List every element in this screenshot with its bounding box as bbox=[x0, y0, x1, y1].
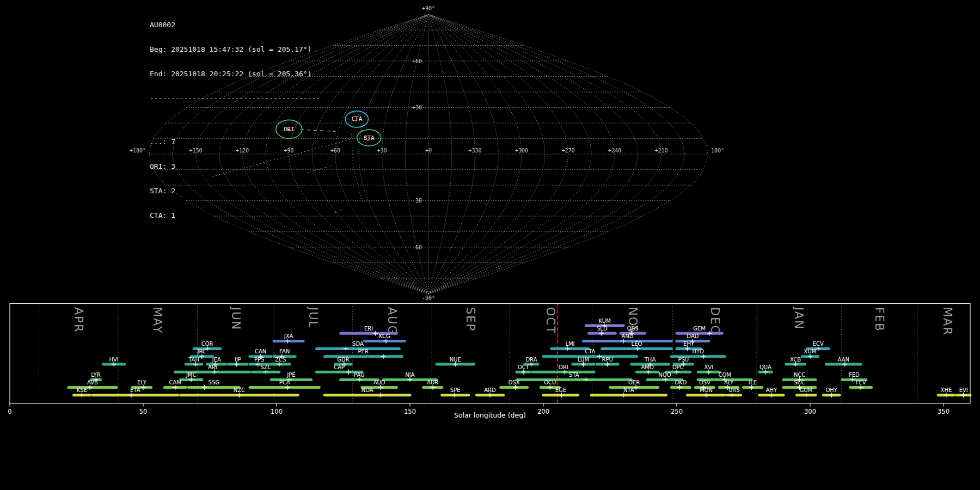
svg-text:+0: +0 bbox=[425, 148, 432, 154]
svg-text:FED: FED bbox=[849, 372, 860, 378]
svg-text:GDR: GDR bbox=[337, 357, 349, 363]
svg-text:SZC: SZC bbox=[260, 364, 271, 370]
svg-text:200: 200 bbox=[537, 408, 549, 415]
svg-text:NOO: NOO bbox=[658, 372, 671, 378]
svg-text:CTA: CTA bbox=[351, 115, 362, 122]
svg-text:AAN: AAN bbox=[838, 357, 849, 363]
svg-text:-60: -60 bbox=[412, 244, 422, 250]
begin-time-line: Beg: 20251018 15:47:32 (sol = 205.17°) bbox=[150, 45, 320, 53]
svg-text:250: 250 bbox=[671, 408, 683, 415]
svg-text:350: 350 bbox=[938, 408, 950, 415]
svg-text:ECV: ECV bbox=[813, 341, 824, 347]
svg-text:+240: +240 bbox=[608, 148, 621, 154]
svg-text:IIP: IIP bbox=[235, 357, 241, 363]
svg-text:+210: +210 bbox=[654, 148, 667, 154]
svg-text:-90°: -90° bbox=[422, 295, 435, 301]
svg-text:PER: PER bbox=[358, 348, 369, 354]
svg-text:NUE: NUE bbox=[450, 357, 461, 363]
observation-header: AU0002 Beg: 20251018 15:47:32 (sol = 205… bbox=[150, 4, 320, 244]
svg-text:DKD: DKD bbox=[675, 379, 687, 385]
svg-text:300: 300 bbox=[804, 408, 816, 415]
svg-text:180°: 180° bbox=[711, 148, 724, 154]
svg-text:COM: COM bbox=[718, 372, 731, 378]
svg-text:THA: THA bbox=[644, 357, 656, 363]
svg-text:LYR: LYR bbox=[91, 372, 100, 378]
svg-text:KUM: KUM bbox=[599, 318, 611, 324]
svg-text:AUG: AUG bbox=[385, 307, 399, 335]
svg-text:ELY: ELY bbox=[137, 379, 147, 385]
count-line-cta: CTA: 1 bbox=[150, 211, 320, 219]
count-line-ori: ORI: 3 bbox=[150, 162, 320, 170]
svg-text:PPS: PPS bbox=[254, 357, 264, 363]
svg-text:QUA: QUA bbox=[759, 364, 771, 370]
svg-text:+330: +330 bbox=[468, 148, 481, 154]
svg-text:PSU: PSU bbox=[678, 357, 689, 363]
svg-text:OER: OER bbox=[628, 379, 640, 385]
svg-text:NZC: NZC bbox=[234, 387, 245, 393]
svg-text:AHY: AHY bbox=[766, 387, 777, 393]
svg-text:OHY: OHY bbox=[825, 387, 837, 393]
svg-text:CAM: CAM bbox=[169, 379, 181, 385]
svg-text:JMC: JMC bbox=[186, 372, 197, 378]
svg-text:+60: +60 bbox=[330, 148, 340, 154]
svg-text:OCT: OCT bbox=[518, 364, 530, 370]
end-time-line: End: 20251018 20:25:22 (sol = 205.36°) bbox=[150, 70, 320, 78]
svg-text:DSV: DSV bbox=[699, 379, 710, 385]
svg-text:DSX: DSX bbox=[509, 379, 520, 385]
shower-counts: ...: 7 ORI: 3 STA: 2 CTA: 1 bbox=[150, 121, 320, 236]
svg-text:ZCS: ZCS bbox=[275, 357, 286, 363]
svg-text:OBS: OBS bbox=[627, 326, 639, 332]
svg-text:XHE: XHE bbox=[941, 387, 952, 393]
svg-text:EGE: EGE bbox=[555, 387, 566, 393]
svg-text:NCC: NCC bbox=[794, 372, 805, 378]
svg-text:PAU: PAU bbox=[354, 372, 365, 378]
svg-text:NDA: NDA bbox=[362, 387, 373, 393]
svg-text:AMO: AMO bbox=[641, 364, 653, 370]
svg-text:DPC: DPC bbox=[672, 364, 684, 370]
svg-text:DRA: DRA bbox=[525, 357, 537, 363]
shower-activity-plot: APRMAYJUNJULAUGSEPOCTNOVDECJANFEBMARKUME… bbox=[0, 303, 980, 490]
svg-text:TAH: TAH bbox=[188, 357, 199, 363]
svg-text:SLD: SLD bbox=[597, 326, 608, 332]
svg-text:-30: -30 bbox=[412, 198, 422, 204]
svg-text:FAN: FAN bbox=[279, 348, 290, 354]
radiant-map-plot: +180°+150+120+90+60+30+0+330+300+270+240… bbox=[0, 0, 980, 303]
separator-line: ---------------------------------------- bbox=[150, 94, 320, 102]
svg-text:+270: +270 bbox=[561, 148, 574, 154]
svg-text:CAN: CAN bbox=[255, 348, 266, 354]
svg-text:FEV: FEV bbox=[856, 379, 866, 385]
svg-text:LEO: LEO bbox=[632, 341, 642, 347]
svg-text:URS: URS bbox=[728, 387, 740, 393]
svg-text:KSE: KSE bbox=[77, 387, 87, 393]
count-line-sta: STA: 2 bbox=[150, 187, 320, 195]
svg-text:NIA: NIA bbox=[405, 372, 414, 378]
station-id: AU0002 bbox=[150, 21, 320, 29]
svg-text:XCB: XCB bbox=[790, 357, 801, 363]
svg-text:ARI: ARI bbox=[208, 364, 217, 370]
svg-text:XVI: XVI bbox=[704, 364, 713, 370]
svg-text:JUL: JUL bbox=[307, 306, 320, 328]
svg-text:ALY: ALY bbox=[724, 379, 734, 385]
svg-text:+90°: +90° bbox=[422, 5, 435, 11]
svg-text:MAR: MAR bbox=[941, 307, 954, 336]
svg-text:ETA: ETA bbox=[130, 387, 140, 393]
svg-text:KCG: KCG bbox=[379, 333, 390, 339]
svg-text:MON: MON bbox=[700, 387, 713, 393]
svg-text:ILE: ILE bbox=[749, 379, 757, 385]
svg-text:GUM: GUM bbox=[800, 387, 813, 393]
svg-text:LMI: LMI bbox=[565, 341, 574, 347]
count-line-unassociated: ...: 7 bbox=[150, 138, 320, 146]
svg-text:+180°: +180° bbox=[130, 148, 146, 154]
svg-text:EVI: EVI bbox=[959, 387, 968, 393]
svg-text:LUM: LUM bbox=[578, 357, 589, 363]
svg-text:NTA: NTA bbox=[623, 387, 634, 393]
svg-text:CTA: CTA bbox=[585, 348, 595, 354]
svg-text:ARD: ARD bbox=[484, 387, 496, 393]
svg-text:MAY: MAY bbox=[151, 307, 164, 334]
svg-text:+30: +30 bbox=[412, 105, 422, 111]
svg-text:ERI: ERI bbox=[364, 326, 373, 332]
svg-text:150: 150 bbox=[404, 408, 416, 415]
svg-text:STA: STA bbox=[569, 372, 579, 378]
svg-text:SDA: SDA bbox=[352, 341, 364, 347]
svg-text:EHY: EHY bbox=[683, 341, 695, 347]
